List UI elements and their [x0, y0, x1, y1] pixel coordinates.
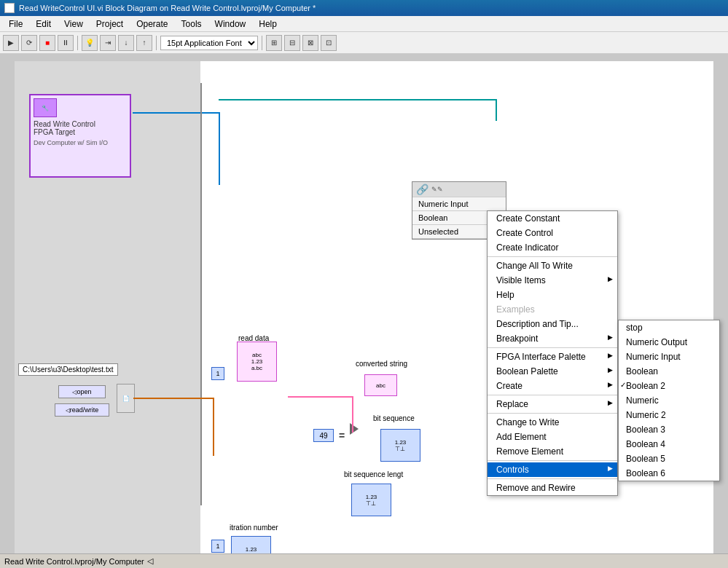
menu-help[interactable]: Help [253, 17, 283, 31]
menu-edit[interactable]: Edit [30, 17, 57, 31]
title-bar: Read WriteControl UI.vi Block Diagram on… [0, 0, 728, 16]
file-path-box: C:\Users\u3\Desktop\test.txt [18, 363, 118, 376]
toolbar-step-out[interactable]: ↑ [136, 35, 152, 51]
ctx-controls[interactable]: Controls [488, 462, 617, 477]
context-menu: Create Constant Create Control Create In… [487, 210, 618, 496]
ctx-breakpoint[interactable]: Breakpoint [488, 331, 617, 346]
bit-sequence-block: 1.23⊤⊥ [380, 429, 420, 462]
ctx-sep-4 [488, 413, 617, 414]
ctx-boolean-palette[interactable]: Boolean Palette [488, 364, 617, 379]
panel-icon-row: 🔗 ✎✎ [412, 182, 506, 197]
ctx-fpga-palette[interactable]: FPGA Interface Palette [488, 350, 617, 364]
sub-boolean-5[interactable]: Boolean 5 [619, 451, 719, 466]
menu-project[interactable]: Project [90, 17, 129, 31]
block-diagram-canvas: 🔧 Read Write Control FPGA Target Dev Com… [15, 61, 713, 553]
status-bar: Read Write Control.lvproj/My Computer ◁ [0, 553, 728, 568]
ctx-help[interactable]: Help [488, 288, 617, 302]
canvas-border [200, 83, 202, 505]
ctx-remove-element[interactable]: Remove Element [488, 444, 617, 459]
value-49: 49 [313, 429, 334, 442]
wire-1 [133, 112, 220, 114]
wire-teal-v1 [496, 99, 497, 121]
read-data-label: read data [238, 334, 269, 342]
bit-seq-length-label: bit sequence lengt [344, 470, 403, 478]
ctx-change-all-write[interactable]: Change All To Write [488, 259, 617, 273]
wire-teal-1 [219, 99, 496, 100]
ctx-visible-items[interactable]: Visible Items [488, 273, 617, 288]
sub-numeric[interactable]: Numeric [619, 393, 719, 408]
arrow-shape [350, 423, 359, 435]
menu-tools[interactable]: Tools [176, 17, 208, 31]
ctx-sep-5 [488, 460, 617, 461]
readwrite-btn[interactable]: ◁ read/write [55, 403, 109, 417]
menu-bar: File Edit View Project Operate Tools Win… [0, 16, 728, 32]
toolbar-abort[interactable]: ■ [39, 35, 55, 51]
sub-boolean-6[interactable]: Boolean 6 [619, 466, 719, 481]
converted-string-label: converted string [356, 360, 407, 368]
equals-sign: = [339, 430, 345, 441]
wire-orange-v1 [213, 398, 214, 456]
fpga-label1: Read Write Control [34, 120, 127, 128]
panel-numeric-input[interactable]: Numeric Input [412, 197, 506, 211]
toolbar-highlight[interactable]: 💡 [82, 35, 98, 51]
ctx-create-constant[interactable]: Create Constant [488, 211, 617, 226]
toolbar-resize[interactable]: ⊠ [302, 35, 318, 51]
status-text: Read Write Control.lvproj/My Computer [4, 557, 144, 566]
font-dropdown[interactable]: 15pt Application Font [160, 36, 258, 50]
ctx-sep-2 [488, 347, 617, 348]
sep2 [156, 36, 157, 50]
main-area: 🔧 Read Write Control FPGA Target Dev Com… [0, 54, 728, 568]
sep3 [262, 36, 262, 50]
app-icon [4, 3, 15, 13]
file-ref-icon: 📄 [117, 384, 135, 413]
ctx-sep-3 [488, 395, 617, 395]
bit-seq-length-block: 1.23⊤⊥ [351, 484, 391, 516]
file-path-text: C:\Users\u3\Desktop\test.txt [23, 366, 114, 374]
ctx-sep-6 [488, 478, 617, 479]
sub-numeric-2[interactable]: Numeric 2 [619, 408, 719, 422]
ctx-description[interactable]: Description and Tip... [488, 317, 617, 331]
window-title: Read WriteControl UI.vi Block Diagram on… [19, 4, 316, 12]
toolbar-align[interactable]: ⊞ [266, 35, 282, 51]
value-1-iteration: 1 [211, 540, 224, 553]
status-arrow: ◁ [147, 556, 153, 566]
open-btn[interactable]: ◁ open [58, 385, 106, 398]
menu-window[interactable]: Window [209, 17, 252, 31]
toolbar-step-over[interactable]: ⇥ [100, 35, 116, 51]
sub-boolean[interactable]: Boolean [619, 364, 719, 379]
fpga-label3: Dev Computer w/ Sim I/O [34, 139, 127, 146]
fpga-block: 🔧 Read Write Control FPGA Target Dev Com… [29, 94, 131, 178]
toolbar-step-in[interactable]: ↓ [118, 35, 134, 51]
submenu-controls: stop Numeric Output Numeric Input Boolea… [618, 320, 720, 481]
sub-numeric-input[interactable]: Numeric Input [619, 350, 719, 364]
bit-sequence-label: bit sequence [373, 414, 415, 422]
ctx-create-indicator[interactable]: Create Indicator [488, 240, 617, 255]
wire-pink-v1 [352, 396, 353, 433]
sub-boolean-4[interactable]: Boolean 4 [619, 437, 719, 451]
menu-view[interactable]: View [58, 17, 89, 31]
toolbar-run-cont[interactable]: ⟳ [21, 35, 37, 51]
sep1 [77, 36, 78, 50]
toolbar-distribute[interactable]: ⊟ [284, 35, 300, 51]
sub-boolean-2[interactable]: Boolean 2 [619, 379, 719, 393]
ctx-create-control[interactable]: Create Control [488, 226, 617, 240]
ctx-change-to-write[interactable]: Change to Write [488, 415, 617, 430]
toolbar-pause[interactable]: ⏸ [58, 35, 74, 51]
ctx-remove-rewire[interactable]: Remove and Rewire [488, 481, 617, 495]
sub-numeric-output[interactable]: Numeric Output [619, 335, 719, 350]
toolbar-reorder[interactable]: ⊡ [321, 35, 337, 51]
menu-file[interactable]: File [3, 17, 28, 31]
sub-stop[interactable]: stop [619, 320, 719, 335]
wire-pink-1 [288, 396, 353, 398]
sub-boolean-3[interactable]: Boolean 3 [619, 422, 719, 437]
ctx-examples: Examples [488, 302, 617, 317]
toolbar-run[interactable]: ▶ [3, 35, 19, 51]
iteration-label: itration number [230, 524, 278, 532]
ctx-replace[interactable]: Replace [488, 397, 617, 411]
ctx-create[interactable]: Create [488, 379, 617, 393]
menu-operate[interactable]: Operate [130, 17, 173, 31]
converted-string-block: abc [364, 374, 397, 396]
wire-v1 [219, 112, 220, 185]
wire-orange-1 [133, 398, 214, 399]
ctx-add-element[interactable]: Add Element [488, 430, 617, 444]
